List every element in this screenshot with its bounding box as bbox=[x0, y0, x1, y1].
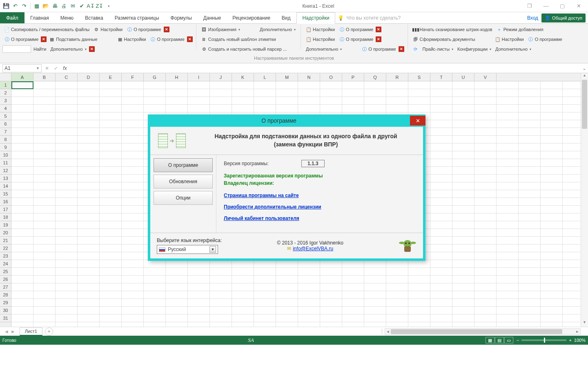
extra-dropdown-1[interactable]: Дополнительно bbox=[49, 46, 88, 52]
row-header[interactable]: 3 bbox=[0, 97, 11, 105]
row-header[interactable]: 31 bbox=[0, 314, 11, 322]
settings-button-5[interactable]: 📋Настройки bbox=[493, 36, 526, 43]
horizontal-scrollbar[interactable]: ◄ ► bbox=[385, 328, 581, 335]
column-header[interactable]: R bbox=[386, 73, 408, 81]
column-header[interactable]: E bbox=[100, 73, 122, 81]
row-header[interactable]: 17 bbox=[0, 206, 11, 213]
close-button[interactable]: ✕ bbox=[571, 2, 586, 11]
row-header[interactable]: 15 bbox=[0, 190, 11, 198]
scroll-down-icon[interactable]: ▼ bbox=[581, 320, 588, 327]
row-header[interactable]: 28 bbox=[0, 291, 11, 299]
save-icon[interactable]: 💾 bbox=[2, 2, 10, 10]
close-addin-icon-2[interactable]: ✕ bbox=[41, 36, 47, 42]
settings-button-1[interactable]: ⚙Настройки bbox=[92, 26, 124, 33]
find-button[interactable]: Найти bbox=[32, 46, 48, 52]
search-input[interactable] bbox=[2, 45, 31, 53]
about-button-3[interactable]: ⓘО программе bbox=[149, 36, 186, 43]
row-header[interactable]: 8 bbox=[0, 136, 11, 144]
scroll-right-icon[interactable]: ► bbox=[575, 329, 580, 334]
sheet-next-icon[interactable]: ► bbox=[11, 329, 16, 334]
name-box[interactable]: A1 ▼ bbox=[2, 64, 42, 72]
scroll-left-icon[interactable]: ◄ bbox=[385, 329, 391, 334]
copy-rename-button[interactable]: 📄Скопировать / переименовать файлы bbox=[2, 26, 91, 33]
tab-insert[interactable]: Вставка bbox=[79, 12, 109, 23]
active-cell[interactable] bbox=[11, 81, 33, 89]
vertical-scrollbar[interactable]: ▲ ▼ bbox=[581, 73, 588, 327]
extra-dropdown-3[interactable]: Дополнительно bbox=[304, 46, 343, 52]
about-button-1[interactable]: ⓘО программе bbox=[125, 26, 163, 33]
column-header[interactable]: M bbox=[276, 73, 298, 81]
cells-area[interactable] bbox=[11, 81, 581, 327]
row-header[interactable]: 14 bbox=[0, 182, 11, 190]
select-all-corner[interactable] bbox=[0, 73, 11, 81]
column-header[interactable]: J bbox=[210, 73, 232, 81]
ribbon-display-icon[interactable]: ❐ bbox=[522, 2, 537, 11]
substitute-button[interactable]: ▦Подставить данные bbox=[47, 36, 99, 43]
chevron-down-icon[interactable]: ▼ bbox=[36, 66, 40, 70]
sheet-prev-icon[interactable]: ◄ bbox=[4, 329, 9, 334]
tab-home[interactable]: Главная bbox=[24, 12, 55, 23]
column-header[interactable]: H bbox=[166, 73, 188, 81]
zoom-in-icon[interactable]: + bbox=[569, 338, 571, 343]
tab-data[interactable]: Данные bbox=[198, 12, 227, 23]
tab-page-layout[interactable]: Разметка страницы bbox=[109, 12, 165, 23]
column-header[interactable]: S bbox=[408, 73, 430, 81]
column-header[interactable]: G bbox=[144, 73, 166, 81]
column-header[interactable]: F bbox=[122, 73, 144, 81]
page-layout-view-icon[interactable]: ▤ bbox=[495, 337, 504, 343]
settings-button-2[interactable]: ▦Настройки bbox=[116, 36, 148, 43]
page-break-view-icon[interactable]: ▭ bbox=[504, 337, 513, 343]
zoom-control[interactable]: − + 100% bbox=[517, 338, 586, 343]
about-button-6[interactable]: ⓘО программе bbox=[360, 45, 397, 53]
new-icon[interactable]: ▦ bbox=[33, 2, 40, 10]
sort-desc-icon[interactable]: Z↧ bbox=[96, 2, 103, 10]
tab-formulas[interactable]: Формулы bbox=[165, 12, 198, 23]
column-header[interactable]: P bbox=[342, 73, 364, 81]
row-header[interactable]: 7 bbox=[0, 128, 11, 136]
qat-dropdown-icon[interactable]: ▾ bbox=[105, 2, 112, 10]
sign-in-link[interactable]: Вход bbox=[527, 15, 538, 21]
row-header[interactable]: 27 bbox=[0, 283, 11, 291]
row-header[interactable]: 1 bbox=[0, 81, 11, 89]
column-header[interactable]: Q bbox=[364, 73, 386, 81]
row-header[interactable]: 19 bbox=[0, 221, 11, 229]
column-header[interactable]: B bbox=[33, 73, 56, 81]
zoom-value[interactable]: 100% bbox=[574, 338, 586, 343]
row-header[interactable]: 18 bbox=[0, 213, 11, 221]
sheet-nav[interactable]: ◄ ► bbox=[0, 329, 20, 334]
scroll-thumb[interactable] bbox=[582, 80, 587, 129]
spellcheck-icon[interactable]: ✔ bbox=[78, 2, 85, 10]
row-header[interactable]: 12 bbox=[0, 167, 11, 175]
redo-icon[interactable]: ↷ bbox=[20, 2, 28, 10]
tab-addins[interactable]: Надстройки bbox=[296, 12, 336, 24]
row-header[interactable]: 10 bbox=[0, 151, 11, 159]
settings-button-4[interactable]: 📋Настройки bbox=[304, 36, 336, 43]
price-lists-dropdown[interactable]: Прайс-листы bbox=[421, 46, 455, 52]
quick-print-icon[interactable]: 🖶 bbox=[51, 2, 58, 10]
minimize-button[interactable]: — bbox=[538, 2, 554, 11]
row-header[interactable]: 21 bbox=[0, 237, 11, 245]
images-dropdown[interactable]: 🖼Изображения bbox=[200, 26, 242, 33]
row-header[interactable]: 9 bbox=[0, 144, 11, 151]
normal-view-icon[interactable]: ▦ bbox=[486, 337, 494, 343]
expand-formula-icon[interactable]: ⌄ bbox=[581, 65, 588, 71]
email-icon[interactable]: ✉ bbox=[69, 2, 76, 10]
column-header[interactable]: L bbox=[254, 73, 276, 81]
about-button-4[interactable]: ⓘО программе bbox=[337, 26, 375, 33]
refresh-button[interactable]: ⟳ bbox=[411, 45, 420, 53]
scroll-up-icon[interactable]: ▲ bbox=[581, 73, 588, 80]
row-header[interactable]: 2 bbox=[0, 89, 11, 97]
tab-menu[interactable]: Меню bbox=[55, 12, 79, 23]
share-button[interactable]: 👤 Общий доступ bbox=[541, 13, 586, 22]
sort-asc-icon[interactable]: A↧ bbox=[87, 2, 94, 10]
add-mode-button[interactable]: ＋Режим добавления bbox=[495, 26, 545, 33]
configurations-dropdown[interactable]: Конфигурации bbox=[456, 46, 493, 52]
column-header[interactable]: U bbox=[452, 73, 474, 81]
column-header[interactable]: I bbox=[188, 73, 210, 81]
cancel-formula-icon[interactable]: ✕ bbox=[42, 65, 51, 71]
close-addin-icon-4[interactable]: ✕ bbox=[89, 46, 95, 52]
row-header[interactable]: 16 bbox=[0, 198, 11, 206]
column-header[interactable]: K bbox=[232, 73, 254, 81]
column-header[interactable]: C bbox=[56, 73, 78, 81]
close-addin-icon-3[interactable]: ✕ bbox=[187, 36, 193, 42]
